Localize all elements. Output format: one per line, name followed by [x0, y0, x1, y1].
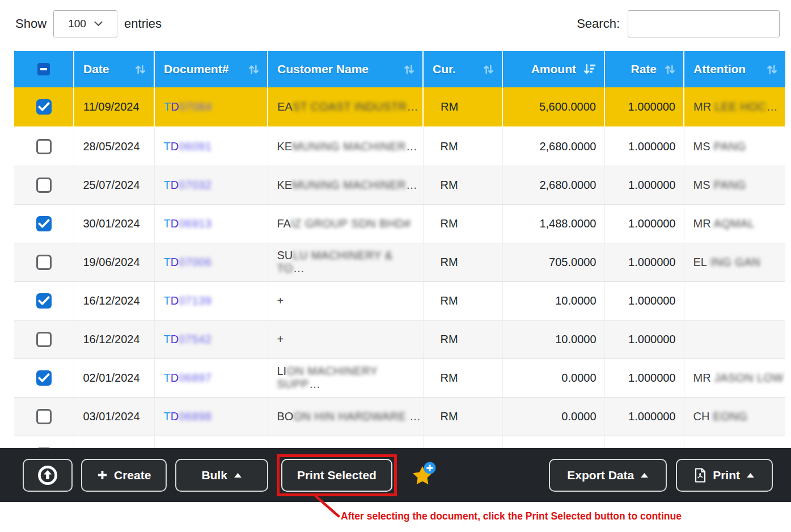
cell-currency: RM — [423, 204, 502, 243]
cell-select[interactable] — [14, 204, 74, 243]
column-header-rate[interactable]: Rate — [604, 51, 684, 87]
cell-rate: 1.000000 — [604, 243, 684, 281]
cell-amount: 5,600.0000 — [502, 87, 604, 127]
cell-document[interactable]: TD06913 — [154, 204, 268, 243]
cell-customer: KEMUNING MACHINER… — [268, 166, 423, 204]
cell-rate: 1.000000 — [604, 166, 684, 204]
table-row[interactable]: 16/12/2024TD07542+RM10.00001.000000 — [14, 320, 785, 358]
row-checkbox-unchecked[interactable] — [36, 409, 52, 424]
row-checkbox-unchecked[interactable] — [36, 255, 52, 270]
cell-currency: RM — [423, 281, 502, 320]
cell-document[interactable]: TD06897 — [154, 358, 268, 397]
print-selected-button[interactable]: Print Selected — [281, 459, 392, 492]
select-all-checkbox[interactable] — [37, 63, 50, 75]
row-checkbox-unchecked[interactable] — [36, 178, 52, 193]
row-checkbox-unchecked[interactable] — [36, 332, 52, 347]
cell-currency: RM — [423, 320, 502, 358]
document-link[interactable]: TD07084 — [164, 100, 212, 113]
sort-icon — [765, 63, 779, 76]
export-data-button[interactable]: Export Data — [549, 459, 667, 492]
cell-select[interactable] — [14, 320, 74, 358]
cell-date: 11/09/2024 — [74, 87, 154, 127]
table-row[interactable]: 03/01/2024TD06898BOON HIN HARDWARE …RM0.… — [14, 397, 785, 436]
cell-document[interactable]: TD07139 — [154, 281, 268, 320]
row-checkbox-unchecked[interactable] — [36, 139, 52, 154]
cell-select[interactable] — [14, 281, 74, 320]
table-row[interactable]: 25/07/2024TD07032KEMUNING MACHINER…RM2,6… — [14, 166, 785, 204]
document-link[interactable]: TD06091 — [164, 140, 212, 153]
cell-select[interactable] — [14, 436, 74, 448]
document-link[interactable]: TD07139 — [164, 294, 212, 307]
bulk-button[interactable]: Bulk — [175, 459, 268, 492]
cell-document[interactable]: TD07032 — [154, 166, 268, 204]
cell-select[interactable] — [14, 358, 74, 397]
annotation-text: After selecting the document, click the … — [341, 510, 682, 522]
table-row[interactable]: 19/06/2024TD07006SULU MACHINERY & TO…RM7… — [14, 243, 785, 281]
table-row[interactable]: 02/01/2024TD06894000MYXXXX ENGINEERINGRM… — [14, 436, 785, 448]
cell-amount: 10.0000 — [502, 281, 604, 320]
column-header-customer[interactable]: Customer Name — [268, 51, 423, 87]
table-row[interactable]: 16/12/2024TD07139+RM10.00001.000000 — [14, 281, 785, 320]
document-link[interactable]: TD06913 — [164, 217, 212, 230]
cell-customer: MYXXXX ENGINEERING — [268, 436, 423, 448]
column-header-currency[interactable]: Cur. — [423, 51, 502, 87]
favorite-add-button[interactable] — [408, 460, 439, 491]
cell-select[interactable] — [14, 243, 74, 281]
cell-document[interactable]: TD07006 — [154, 243, 268, 281]
search-label: Search: — [577, 16, 620, 31]
column-label: Date — [83, 62, 109, 76]
blurred-text: 06091 — [179, 140, 212, 153]
show-entries: Show 100 entries — [15, 10, 162, 37]
cell-select[interactable] — [14, 87, 74, 127]
column-header-select[interactable] — [14, 51, 74, 87]
row-checkbox-checked[interactable] — [36, 293, 52, 309]
column-label: Document# — [164, 62, 229, 76]
document-link[interactable]: TD06897 — [164, 371, 212, 384]
search-input[interactable] — [628, 10, 780, 37]
table-row[interactable]: 02/01/2024TD06897LION MACHINERY SUPP…RM0… — [14, 358, 785, 397]
cell-select[interactable] — [14, 397, 74, 436]
row-checkbox-checked[interactable] — [36, 99, 52, 115]
table-row[interactable]: 30/01/2024TD06913FAIZ GROUP SDN BHD#RM1,… — [14, 204, 785, 243]
document-link[interactable]: TD06898 — [164, 410, 212, 423]
row-checkbox-checked[interactable] — [36, 216, 52, 231]
cell-document[interactable]: TD06894000 — [154, 436, 268, 448]
document-link[interactable]: TD07032 — [164, 179, 212, 191]
cell-document[interactable]: TD06898 — [154, 397, 268, 436]
blurred-text: 06897 — [179, 371, 212, 384]
caret-up-icon — [234, 472, 242, 478]
cell-date: 03/01/2024 — [74, 397, 154, 436]
column-label: Customer Name — [277, 62, 369, 76]
document-link[interactable]: TD07542 — [164, 333, 212, 345]
column-header-attention[interactable]: Attention — [684, 51, 785, 87]
document-link[interactable]: TD07006 — [164, 256, 212, 268]
column-header-date[interactable]: Date — [74, 51, 154, 87]
print-button[interactable]: Print — [676, 459, 773, 492]
caret-up-icon — [640, 472, 649, 478]
blurred-text: ON HIN HARDWARE — [293, 410, 406, 423]
cell-select[interactable] — [14, 166, 74, 204]
row-checkbox-checked[interactable] — [36, 370, 52, 386]
table-row[interactable]: 11/09/2024TD07084EAST COAST INDUSTR…RM5,… — [14, 87, 785, 127]
cell-document[interactable]: TD06091 — [154, 127, 268, 166]
search-area: Search: — [577, 10, 780, 37]
cell-document[interactable]: TD07084 — [154, 87, 268, 127]
bottom-toolbar: Create Bulk Print Selected Export Data — [0, 448, 791, 502]
blurred-text: LEE HOC — [711, 100, 766, 113]
cell-amount: 10.0000 — [502, 320, 604, 358]
cell-customer: BOON HIN HARDWARE … — [268, 397, 423, 436]
entries-select[interactable]: 100 — [53, 10, 117, 37]
column-header-document[interactable]: Document# — [154, 51, 268, 87]
cell-attention: MS PANG — [684, 127, 785, 166]
blurred-text: MUNING MACHINER — [292, 179, 406, 191]
cell-document[interactable]: TD07542 — [154, 320, 268, 358]
blurred-text: 06913 — [179, 217, 212, 230]
cell-select[interactable] — [14, 127, 74, 166]
upload-button[interactable] — [23, 459, 73, 492]
create-button[interactable]: Create — [81, 459, 167, 492]
cell-date: 02/01/2024 — [74, 436, 154, 448]
cell-customer: SULU MACHINERY & TO… — [268, 243, 423, 281]
table-row[interactable]: 28/05/2024TD06091KEMUNING MACHINER…RM2,6… — [14, 127, 785, 166]
cell-currency: RM — [423, 87, 502, 127]
column-header-amount[interactable]: Amount — [502, 51, 604, 87]
